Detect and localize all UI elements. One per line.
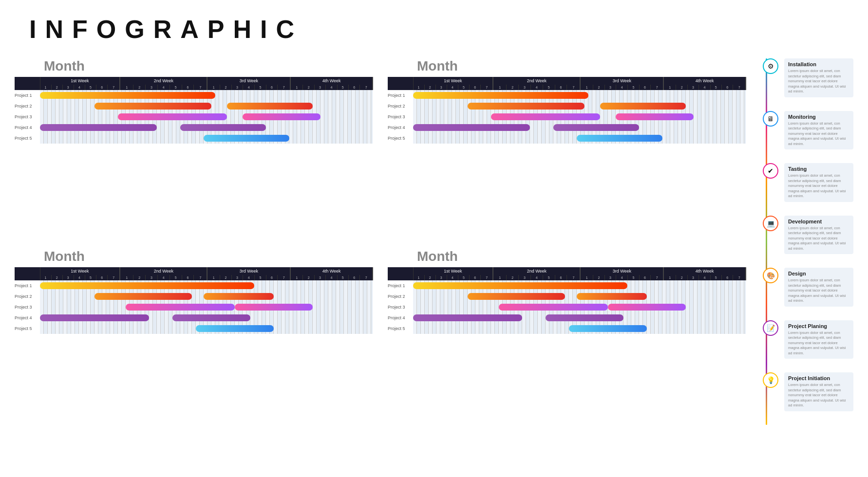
table-row: Project 4	[15, 312, 373, 323]
gantt-bar	[243, 113, 321, 120]
gantt-bar	[204, 293, 274, 300]
table-row: Project 2	[15, 101, 373, 111]
table-row: Project 3	[388, 111, 746, 122]
table-row: Project 1	[388, 280, 746, 291]
gantt-bar	[413, 92, 588, 99]
project-label-3-3: Project 3	[15, 302, 40, 312]
charts-area: Month1st Week2nd Week3rd Week4th Week123…	[15, 58, 853, 425]
sidebar-item-project-initiation: 💡Project InitiationLorem ipsum dolor sit…	[761, 372, 853, 411]
table-row: Project 3	[15, 111, 373, 122]
sidebar-item-monitoring: 🖥MonitoringLorem ipsum dolor sit amet, c…	[761, 111, 853, 150]
installation-desc: Lorem ipsum dolor sit amet, con sectetur…	[788, 69, 849, 94]
design-icon: 🎨	[763, 268, 778, 283]
gantt-month-2: Month	[417, 58, 746, 74]
project-label-2-2: Project 2	[388, 101, 413, 111]
gantt-wrapper-2: 1st Week2nd Week3rd Week4th Week12345671…	[388, 77, 746, 144]
gantt-bar	[94, 103, 211, 110]
sidebar-item-installation: ⚙InstallationLorem ipsum dolor sit amet,…	[761, 58, 853, 97]
page: INFOGRAPHIC Month1st Week2nd Week3rd Wee…	[0, 0, 868, 477]
gantt-bar	[126, 304, 235, 311]
project-planing-text-block: Project PlaningLorem ipsum dolor sit ame…	[784, 320, 853, 359]
table-row: Project 5	[388, 133, 746, 144]
gantt-bar	[172, 314, 250, 321]
gantt-month-3: Month	[44, 249, 373, 264]
project-label-1-4: Project 4	[15, 122, 40, 133]
table-row: Project 1	[15, 90, 373, 101]
project-label-2-3: Project 3	[388, 111, 413, 122]
installation-title: Installation	[788, 61, 849, 67]
monitoring-text-block: MonitoringLorem ipsum dolor sit amet, co…	[784, 111, 853, 150]
gantt-card-4: Month1st Week2nd Week3rd Week4th Week123…	[388, 249, 746, 424]
development-icon: 💻	[763, 216, 778, 231]
table-row: Project 2	[388, 291, 746, 302]
gantt-bar	[40, 124, 157, 131]
project-label-2-5: Project 5	[388, 133, 413, 144]
project-initiation-desc: Lorem ipsum dolor sit amet, con sectetur…	[788, 383, 849, 408]
project-label-4-3: Project 3	[388, 302, 413, 312]
design-desc: Lorem ipsum dolor sit amet, con sectetur…	[788, 278, 849, 304]
project-label-4-1: Project 1	[388, 280, 413, 291]
development-title: Development	[788, 219, 849, 224]
tasting-title: Tasting	[788, 166, 849, 172]
gantt-bar	[40, 314, 149, 321]
gantt-bar	[468, 293, 565, 300]
table-row: Project 2	[388, 101, 746, 111]
gantt-bar	[546, 314, 623, 321]
table-row: Project 3	[388, 302, 746, 312]
gantt-bar	[600, 103, 686, 110]
project-planing-desc: Lorem ipsum dolor sit amet, con sectetur…	[788, 330, 849, 356]
design-text-block: DesignLorem ipsum dolor sit amet, con se…	[784, 268, 853, 307]
gantt-bar	[413, 314, 522, 321]
gantt-bar	[553, 124, 639, 131]
left-charts: Month1st Week2nd Week3rd Week4th Week123…	[15, 58, 756, 425]
gantt-bar	[569, 325, 647, 332]
monitoring-desc: Lorem ipsum dolor sit amet, con sectetur…	[788, 121, 849, 147]
gantt-bar	[491, 113, 600, 120]
project-label-3-5: Project 5	[15, 323, 40, 334]
development-desc: Lorem ipsum dolor sit amet, con sectetur…	[788, 226, 849, 252]
gantt-table-4: 1st Week2nd Week3rd Week4th Week12345671…	[388, 267, 746, 334]
project-label-3-4: Project 4	[15, 312, 40, 323]
gantt-card-1: Month1st Week2nd Week3rd Week4th Week123…	[15, 58, 373, 234]
right-sidebar: ⚙InstallationLorem ipsum dolor sit amet,…	[756, 58, 853, 425]
gantt-table-1: 1st Week2nd Week3rd Week4th Week12345671…	[15, 77, 373, 144]
project-label-3-2: Project 2	[15, 291, 40, 302]
gantt-bar	[616, 113, 694, 120]
gantt-wrapper-1: 1st Week2nd Week3rd Week4th Week12345671…	[15, 77, 373, 144]
project-label-1-2: Project 2	[15, 101, 40, 111]
gantt-bar	[227, 103, 313, 110]
project-label-4-4: Project 4	[388, 312, 413, 323]
installation-icon: ⚙	[763, 58, 778, 74]
project-label-4-5: Project 5	[388, 323, 413, 334]
gantt-table-3: 1st Week2nd Week3rd Week4th Week12345671…	[15, 267, 373, 334]
gantt-month-4: Month	[417, 249, 746, 264]
sidebar-item-development: 💻DevelopmentLorem ipsum dolor sit amet, …	[761, 216, 853, 255]
project-label-2-4: Project 4	[388, 122, 413, 133]
project-label-1-3: Project 3	[15, 111, 40, 122]
table-row: Project 1	[15, 280, 373, 291]
project-initiation-title: Project Initiation	[788, 375, 849, 381]
gantt-table-2: 1st Week2nd Week3rd Week4th Week12345671…	[388, 77, 746, 144]
gantt-bar	[204, 135, 289, 142]
tasting-text-block: TastingLorem ipsum dolor sit amet, con s…	[784, 163, 853, 202]
page-title: INFOGRAPHIC	[29, 15, 853, 44]
table-row: Project 4	[388, 312, 746, 323]
tasting-desc: Lorem ipsum dolor sit amet, con sectetur…	[788, 173, 849, 199]
project-label-3-1: Project 1	[15, 280, 40, 291]
gantt-bar	[468, 103, 585, 110]
design-title: Design	[788, 271, 849, 276]
table-row: Project 4	[15, 122, 373, 133]
gantt-bar	[577, 293, 647, 300]
gantt-bar	[413, 124, 530, 131]
project-label-1-5: Project 5	[15, 133, 40, 144]
project-initiation-text-block: Project InitiationLorem ipsum dolor sit …	[784, 372, 853, 411]
table-row: Project 2	[15, 291, 373, 302]
gantt-card-2: Month1st Week2nd Week3rd Week4th Week123…	[388, 58, 746, 234]
monitoring-icon: 🖥	[763, 111, 778, 127]
gantt-bar	[94, 293, 192, 300]
table-row: Project 5	[15, 133, 373, 144]
project-label-2-1: Project 1	[388, 90, 413, 101]
gantt-bar	[118, 113, 227, 120]
project-label-1-1: Project 1	[15, 90, 40, 101]
table-row: Project 3	[15, 302, 373, 312]
